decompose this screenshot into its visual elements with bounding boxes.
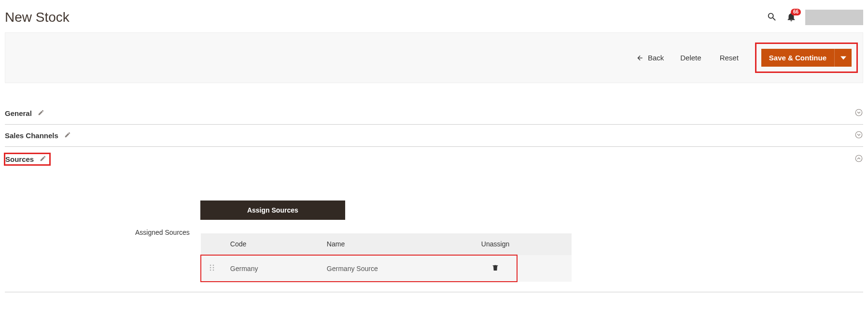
save-and-continue-button[interactable]: Save & Continue [761, 49, 834, 67]
section-sources-title: Sources [5, 155, 34, 163]
notifications-count-badge: 66 [791, 9, 801, 15]
svg-point-5 [210, 265, 211, 266]
section-sources-header[interactable]: Sources [5, 147, 863, 172]
svg-point-4 [855, 155, 862, 162]
row-name-cell: Germany Source [319, 255, 474, 282]
pencil-icon [64, 131, 71, 140]
save-button-group-highlight: Save & Continue [755, 43, 858, 73]
reset-button[interactable]: Reset [718, 51, 741, 65]
section-general-title: General [5, 109, 32, 117]
pencil-icon [40, 155, 46, 163]
svg-point-2 [855, 109, 862, 116]
svg-point-8 [213, 267, 214, 269]
section-sales-channels-title: Sales Channels [5, 131, 58, 140]
section-general-header[interactable]: General [5, 102, 863, 125]
row-code-cell: Germany [223, 255, 319, 282]
table-row: Germany Germany Source [201, 255, 572, 282]
page-title: New Stock [5, 10, 70, 25]
user-menu-placeholder[interactable] [805, 10, 863, 25]
section-sources-content: Assigned Sources Assign Sources Code Nam… [5, 172, 863, 292]
assigned-sources-table: Code Name Unassign [200, 233, 572, 282]
delete-button[interactable]: Delete [678, 51, 703, 65]
svg-point-7 [210, 267, 211, 269]
back-button-label: Back [648, 54, 664, 62]
chevron-up-icon [854, 154, 863, 164]
drag-handle-icon[interactable] [209, 265, 215, 272]
svg-point-6 [213, 265, 214, 266]
section-sales-channels-header[interactable]: Sales Channels [5, 125, 863, 147]
unassign-trash-icon[interactable] [491, 266, 499, 273]
svg-marker-1 [840, 56, 846, 59]
column-header-name: Name [319, 233, 474, 255]
assigned-sources-label: Assigned Sources [135, 200, 190, 236]
save-dropdown-toggle[interactable] [834, 49, 852, 67]
chevron-down-icon [854, 130, 863, 141]
section-sources-highlight: Sources [4, 153, 51, 166]
back-button[interactable]: Back [636, 54, 664, 62]
svg-point-9 [210, 270, 211, 271]
column-header-unassign: Unassign [474, 233, 517, 255]
svg-point-3 [855, 131, 862, 138]
svg-point-10 [213, 270, 214, 271]
search-icon[interactable] [767, 12, 777, 24]
column-header-code: Code [223, 233, 319, 255]
chevron-down-icon [854, 108, 863, 118]
pencil-icon [38, 109, 44, 117]
assign-sources-button[interactable]: Assign Sources [200, 200, 345, 220]
action-toolbar: Back Delete Reset Save & Continue [5, 32, 863, 83]
